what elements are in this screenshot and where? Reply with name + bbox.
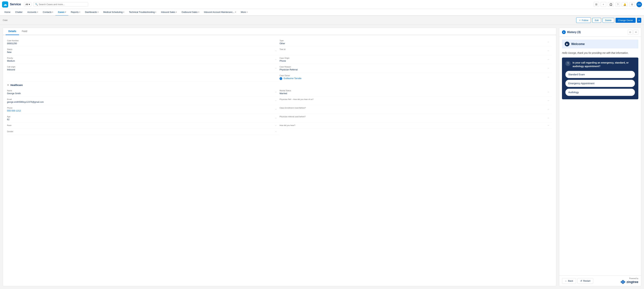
field-status: Status New ✏: [7, 46, 280, 55]
more-dropdown-arrow-icon: ▾: [247, 11, 248, 13]
delete-button[interactable]: Delete: [602, 18, 614, 23]
search-all-dropdown[interactable]: All ▾: [24, 2, 31, 6]
nav-item-outbound-sales[interactable]: Outbound Sales ▾: [179, 9, 202, 16]
case-owner-edit-icon[interactable]: ✏: [548, 76, 549, 78]
answer-emergency-appointment-button[interactable]: Emergency Appointment: [566, 80, 635, 87]
phone-value[interactable]: 555-555-1212: [7, 110, 280, 112]
call-origin-label: Call origin: [7, 66, 280, 68]
help-icon-button[interactable]: ?: [616, 2, 620, 7]
zingtree-brand-name: zingtree: [626, 280, 638, 284]
nav-label-outbound-sales: Outbound Sales: [182, 11, 198, 13]
history-icon: ➤: [562, 30, 566, 34]
back-arrow-icon: ←: [565, 280, 567, 282]
status-value: New: [7, 51, 280, 54]
priority-value: Medium: [7, 60, 280, 62]
healthcare-section-header[interactable]: ▼ Healthcare: [7, 82, 552, 88]
restart-button[interactable]: ↺ Restart: [577, 278, 593, 284]
edit-button[interactable]: Edit: [592, 18, 601, 23]
back-button[interactable]: ← Back: [562, 278, 576, 284]
nav-item-home[interactable]: Home: [2, 9, 13, 16]
change-owner-button[interactable]: Change Owner: [616, 18, 636, 23]
class-enrollment-edit-icon[interactable]: ✏: [548, 108, 549, 110]
tab-details[interactable]: Details: [6, 28, 19, 35]
tab-feed-label: Feed: [22, 30, 27, 32]
second-navigation: Home Chatter Accounts ▾ Contacts ▾ Cases…: [0, 9, 644, 16]
field-case-reason: Case Reason Physician Referral ✏: [280, 64, 552, 73]
follow-button[interactable]: ＋ Follow: [576, 18, 591, 23]
nav-item-dashboards[interactable]: Dashboards ▾: [82, 9, 101, 16]
field-tree-id: Tree Id ✏: [280, 46, 552, 55]
status-label: Status: [7, 48, 280, 50]
case-reason-edit-icon[interactable]: ✏: [548, 67, 549, 70]
case-origin-label: Case Origin: [280, 57, 552, 59]
add-icon-button[interactable]: ＋: [601, 2, 606, 7]
case-number-label: Case Number: [7, 40, 280, 42]
name-label: Name: [7, 90, 280, 92]
how-did-you-hear-label: How did you hear?: [280, 124, 552, 126]
marital-status-edit-icon[interactable]: ✏: [548, 91, 549, 93]
phone-edit-icon[interactable]: ✏: [275, 108, 277, 110]
zingtree-font-button[interactable]: A: [634, 30, 638, 34]
nav-item-contacts[interactable]: Contacts ▾: [40, 9, 56, 16]
nav-item-inbound-sales[interactable]: Inbound Sales ▾: [158, 9, 179, 16]
zingtree-expand-button[interactable]: ⊡: [628, 30, 632, 34]
core-fields-grid: Case Number 00001250 Type Other ✏ Status…: [7, 38, 552, 82]
nav-item-more[interactable]: More ▾: [238, 9, 250, 16]
nav-label-inbound-sales: Inbound Sales: [161, 11, 175, 13]
race-edit-icon[interactable]: ✏: [275, 124, 277, 127]
nav-label-technical-troubleshooting: Technical Troubleshooting: [129, 11, 155, 13]
nav-item-reports[interactable]: Reports ▾: [68, 9, 82, 16]
age-edit-icon[interactable]: ✏: [275, 117, 277, 119]
field-priority: Priority Medium ✏: [7, 55, 280, 64]
tree-id-edit-icon[interactable]: ✏: [548, 50, 549, 52]
type-edit-icon[interactable]: ✏: [548, 41, 549, 43]
field-type: Type Other ✏: [280, 38, 552, 46]
nav-item-technical-troubleshooting[interactable]: Technical Troubleshooting ▾: [126, 9, 158, 16]
powered-by-label: Powered by: [629, 278, 638, 280]
zingtree-footer: ← Back ↺ Restart Powered by zingtree: [559, 275, 641, 286]
field-name: Name George Smith ✏: [7, 88, 280, 96]
physician-referral-used-edit-icon[interactable]: ✏: [548, 117, 549, 119]
how-did-you-hear-edit-icon[interactable]: ✏: [548, 124, 549, 127]
priority-edit-icon[interactable]: ✏: [275, 58, 277, 61]
bell-icon-button[interactable]: 🔔: [622, 2, 628, 7]
nav-item-accounts[interactable]: Accounts ▾: [25, 9, 40, 16]
email-edit-icon[interactable]: ✏: [275, 100, 277, 102]
field-gender-right-spacer: [280, 129, 552, 135]
call-origin-edit-icon[interactable]: ✏: [275, 67, 277, 70]
physician-ref-hear-edit-icon[interactable]: ✏: [548, 100, 549, 102]
marital-status-label: Marital Status: [280, 90, 552, 92]
actions-dropdown-button[interactable]: ▾: [637, 18, 641, 23]
grid-icon-button[interactable]: ⊞: [594, 2, 599, 7]
field-gender: Gender ✏: [7, 129, 280, 135]
technical-troubleshooting-dropdown-arrow-icon: ▾: [155, 11, 156, 13]
welcome-play-icon: ▶: [565, 42, 570, 46]
case-origin-edit-icon[interactable]: ✏: [548, 58, 549, 61]
answer-audiology-button[interactable]: Audiology: [566, 89, 635, 96]
physician-ref-hear-label: Physician Ref – How did you hear of us?: [280, 98, 552, 100]
case-number-value: 00001250: [7, 42, 280, 45]
nav-item-chatter[interactable]: Chatter: [13, 9, 25, 16]
nav-item-medical-scheduling[interactable]: Medical Scheduling ▾: [101, 9, 126, 16]
accounts-dropdown-arrow-icon: ▾: [37, 11, 38, 13]
search-input[interactable]: [39, 3, 86, 6]
tab-feed[interactable]: Feed: [19, 28, 30, 35]
nav-item-inbound-account[interactable]: Inbound Account Maintenanc... ▾: [202, 9, 238, 16]
field-age: Age 62 ✏: [7, 114, 280, 122]
headset-icon-button[interactable]: 🎧: [608, 2, 614, 7]
answer-standard-exam-button[interactable]: Standard Exam: [566, 71, 635, 78]
case-owner-value[interactable]: G Guillaume Tarralle: [280, 77, 552, 80]
app-name: Service: [10, 2, 21, 6]
inbound-account-dropdown-arrow-icon: ▾: [235, 11, 236, 13]
field-race: Race ✏: [7, 122, 280, 129]
outbound-sales-dropdown-arrow-icon: ▾: [198, 11, 199, 13]
nav-item-cases[interactable]: Cases ▾: [56, 9, 68, 16]
name-edit-icon[interactable]: ✏: [275, 91, 277, 93]
gear-icon-button[interactable]: ⚙: [630, 2, 635, 7]
footer-buttons: ← Back ↺ Restart: [562, 278, 593, 284]
status-edit-icon[interactable]: ✏: [275, 50, 277, 52]
user-avatar[interactable]: GS: [636, 2, 642, 7]
healthcare-toggle-icon: ▼: [7, 84, 9, 86]
gender-edit-icon[interactable]: ✏: [275, 130, 277, 133]
restart-icon: ↺: [580, 280, 582, 282]
